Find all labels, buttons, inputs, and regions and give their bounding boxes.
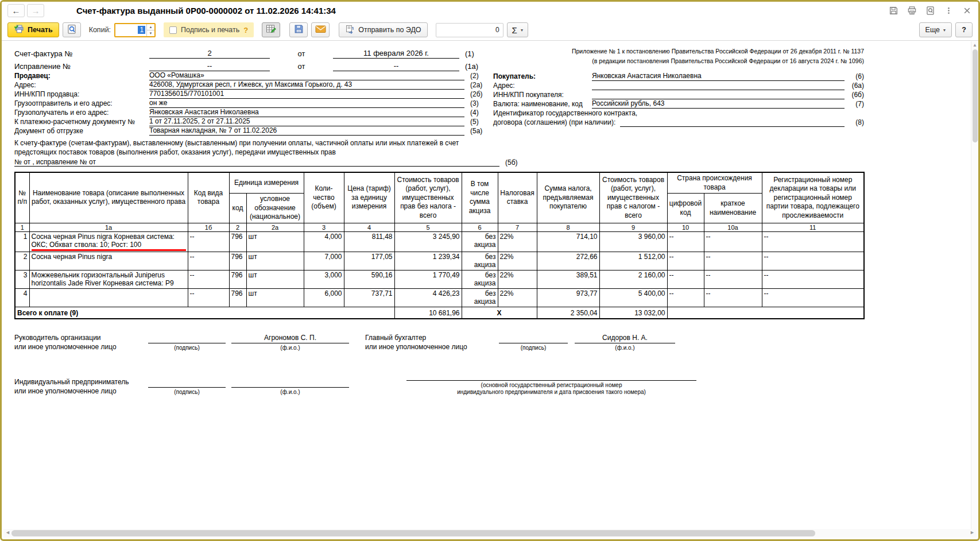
- cell-col-11: --: [762, 288, 864, 307]
- chevron-down-icon: ▾: [943, 28, 946, 33]
- column-number: 1б: [188, 223, 229, 231]
- edit-form-button[interactable]: [262, 22, 280, 37]
- hint-question-icon[interactable]: ?: [243, 26, 248, 34]
- cell-col-6: без акциза: [462, 231, 498, 252]
- envelope-icon: [315, 25, 326, 35]
- sum-dropdown-button[interactable]: Σ ▾: [507, 22, 528, 37]
- table-row: 1Сосна черная Pinus nigra Корневая систе…: [15, 231, 864, 252]
- invoice-form: Счет-фактура № 2 от 11 февраля 2026 г. (…: [14, 46, 864, 396]
- seller-row: Документ об отгрузкеТоварная накладная, …: [14, 126, 490, 136]
- cell-col-1: 4: [15, 288, 29, 307]
- print-form-area[interactable]: Счет-фактура № 2 от 11 февраля 2026 г. (…: [2, 41, 978, 531]
- save-file-button[interactable]: [289, 22, 308, 37]
- col-header-unit-code: код: [229, 194, 246, 223]
- cell-col-3: 6,000: [304, 288, 344, 307]
- form-row-value: [592, 90, 845, 90]
- seller-row: К платежно-расчетному документу №1 от 27…: [14, 117, 490, 126]
- cell-col-7: 22%: [498, 288, 537, 307]
- form-ref: (2): [464, 72, 490, 80]
- sign-and-print-checkbox[interactable]: Подпись и печать ?: [164, 22, 254, 37]
- director-name: Агрономов С. П.: [231, 334, 349, 343]
- send-email-button[interactable]: [311, 22, 330, 37]
- send-edo-button[interactable]: Отправить по ЭДО: [339, 22, 427, 37]
- arrow-left-icon: ←: [12, 6, 21, 16]
- entrepreneur-label: Индивидуальный предприниматель или иное …: [14, 377, 148, 396]
- total-vat: 2 350,04: [537, 307, 599, 319]
- cell-col-4: 590,16: [344, 270, 394, 288]
- print-preview-button[interactable]: [63, 22, 81, 37]
- buyer-row: ИНН/КПП покупателя:(6б): [493, 90, 864, 99]
- column-number: 10: [667, 223, 704, 231]
- column-number: 5: [394, 223, 462, 231]
- invoice-number-row: Счет-фактура № 2 от 11 февраля 2026 г. (…: [14, 46, 490, 59]
- cell-col-1а: Можжевельник горизонтальный Juniperus ho…: [29, 270, 188, 288]
- cell-col-2: 796: [229, 252, 246, 270]
- vertical-scrollbar[interactable]: ▲: [971, 41, 978, 530]
- form-ref: (3): [464, 99, 490, 108]
- horizontal-scrollbar[interactable]: ◄ ►: [3, 529, 977, 538]
- cell-col-8: 389,51: [537, 270, 599, 288]
- total-amount-no-vat: 10 681,96: [394, 307, 462, 319]
- form-ref: (5а): [464, 127, 490, 136]
- spin-down-icon[interactable]: ▼: [147, 30, 154, 36]
- column-number: 11: [762, 223, 864, 231]
- correction-number: --: [149, 61, 270, 71]
- arrow-right-icon: →: [32, 6, 40, 16]
- toolbar: Печать Копий: 1 ▲ ▼ Подпись и печать ?: [2, 20, 978, 41]
- total-x-mark: X: [462, 307, 537, 319]
- help-button[interactable]: ?: [955, 22, 973, 37]
- save-icon[interactable]: [888, 5, 899, 17]
- cell-col-8: 973,77: [537, 288, 599, 307]
- form-row-label: Продавец:: [14, 72, 149, 80]
- form-ref: (7): [845, 100, 864, 109]
- form-row-value: ООО «Ромашка»: [149, 71, 464, 80]
- cell-col-1б: --: [188, 252, 229, 270]
- copies-value[interactable]: 1: [115, 24, 146, 36]
- preview-icon[interactable]: [924, 5, 936, 17]
- scroll-up-icon[interactable]: ▲: [971, 42, 978, 48]
- kebab-menu-icon[interactable]: [943, 5, 954, 17]
- checkbox-icon[interactable]: [169, 26, 177, 34]
- print-button[interactable]: Печать: [7, 22, 59, 37]
- forward-button[interactable]: →: [27, 4, 44, 17]
- scroll-left-icon[interactable]: ◄: [5, 530, 10, 535]
- accountant-name-line: Сидоров Н. А. (ф.и.о.): [575, 334, 675, 351]
- scroll-right-icon[interactable]: ►: [970, 530, 975, 535]
- cell-col-2а: шт: [246, 288, 304, 307]
- director-name-line: Агрономов С. П. (ф.и.о.): [231, 334, 349, 351]
- horizontal-scroll-thumb[interactable]: [11, 530, 815, 536]
- form-row-value: Товарная накладная, № 7 от 11.02.2026: [149, 126, 464, 136]
- magnifier-page-icon: [67, 24, 77, 36]
- total-amount-with-vat: 13 032,00: [599, 307, 667, 319]
- appendix-note: Приложение № 1 к постановлению Правитель…: [493, 46, 864, 72]
- column-number: 2: [229, 223, 246, 231]
- from-word: от: [270, 61, 333, 71]
- col-header-unit-group: Единица измерения: [229, 172, 304, 194]
- title-bar: ← → Счет-фактура выданный 0Р00-0000002 о…: [2, 2, 978, 20]
- table-edit-icon: [266, 24, 277, 36]
- column-numbers-row: 11а1б22а34567891010а11: [15, 223, 864, 231]
- printer-icon[interactable]: [906, 5, 917, 17]
- vertical-scroll-thumb[interactable]: [973, 49, 978, 142]
- cell-col-6: без акциза: [462, 288, 498, 307]
- contract-label2: договора (соглашения) (при наличии):: [493, 118, 620, 127]
- cell-col-5: 3 245,90: [394, 231, 462, 252]
- cell-col-7: 22%: [498, 252, 537, 270]
- more-button[interactable]: Еще ▾: [919, 22, 952, 37]
- correction-label: Исправление №: [14, 61, 149, 71]
- from-word: от: [270, 49, 333, 59]
- spin-up-icon[interactable]: ▲: [147, 24, 154, 30]
- cell-col-10а: --: [704, 270, 762, 288]
- back-button[interactable]: ←: [7, 4, 25, 17]
- cell-col-7: 22%: [498, 231, 537, 252]
- close-icon[interactable]: [961, 5, 973, 17]
- form-ref: (2а): [464, 81, 490, 90]
- edo-counter-field[interactable]: 0: [436, 23, 503, 37]
- contract-row-line1: Идентификатор государственного контракта…: [493, 109, 864, 118]
- form-row-label: Адрес:: [493, 82, 592, 90]
- copies-stepper[interactable]: 1 ▲ ▼: [114, 23, 156, 37]
- form-row-label: Валюта: наименование, код: [493, 100, 592, 109]
- invoice-number: 2: [149, 48, 270, 59]
- cell-col-9: 2 160,00: [599, 270, 667, 288]
- form-row-value: Янковская Анастасия Николаевна: [592, 72, 845, 81]
